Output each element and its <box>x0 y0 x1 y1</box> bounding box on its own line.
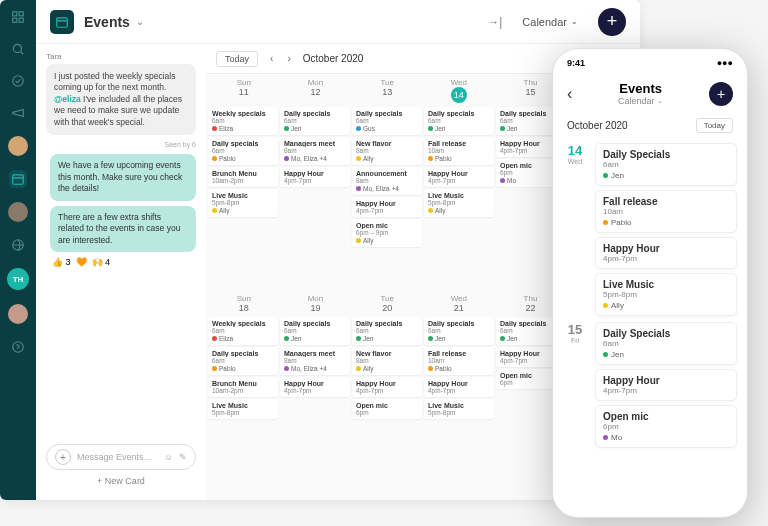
event-card[interactable]: Happy Hour4pm-7pm <box>424 377 494 397</box>
month-label: October 2020 <box>567 120 628 131</box>
event-card[interactable]: Managers meet8amMo, Eliza +4 <box>280 347 350 375</box>
day-column: Daily specials6amJenManagers meet8amMo, … <box>280 107 350 290</box>
page-title: Events <box>84 14 130 30</box>
date-label[interactable]: 21 <box>423 303 495 313</box>
next-icon[interactable]: › <box>285 53 292 64</box>
day-of-week: Mon <box>280 78 352 87</box>
event-card[interactable]: Live Music5pm-8pm <box>424 399 494 419</box>
event-card[interactable]: Live Music5pm-8pmAlly <box>208 189 278 217</box>
add-button[interactable]: + <box>709 82 733 106</box>
event-card[interactable]: Brunch Menu10am-2pm <box>208 377 278 397</box>
event-card[interactable]: Weekly specials6amEliza <box>208 107 278 135</box>
event-card[interactable]: Daily Specials6amJen <box>595 322 737 365</box>
event-card[interactable]: Fall release10amPablo <box>424 137 494 165</box>
event-card[interactable]: Open mic6pmMo <box>595 405 737 448</box>
svg-line-5 <box>20 51 23 54</box>
avatar[interactable] <box>8 304 28 324</box>
event-card[interactable]: Happy Hour4pm-7pm <box>595 369 737 401</box>
day-of-week: Tue <box>351 294 423 303</box>
event-card[interactable]: Daily specials6amJen <box>424 107 494 135</box>
side-nav: TH <box>0 0 36 500</box>
day-column: Daily specials6amJenNew flavor8amAllyHap… <box>352 317 422 500</box>
event-card[interactable]: Happy Hour4pm-7pm <box>424 167 494 187</box>
event-card[interactable]: Open mic6pm – 9pmAlly <box>352 219 422 247</box>
event-card[interactable]: Daily Specials6amJen <box>595 143 737 186</box>
date-label[interactable]: 20 <box>351 303 423 313</box>
chat-message: We have a few upcoming events this month… <box>50 154 196 200</box>
event-card[interactable]: Fall release10amPablo <box>424 347 494 375</box>
grid-icon[interactable] <box>9 8 27 26</box>
date-label[interactable]: 11 <box>208 87 280 103</box>
new-card-button[interactable]: + New Card <box>46 470 196 492</box>
event-card[interactable]: Daily specials6amJen <box>280 317 350 345</box>
month-label: October 2020 <box>303 53 364 64</box>
today-button[interactable]: Today <box>216 51 258 67</box>
sender-name: Tara <box>46 52 196 61</box>
page-title: Events <box>572 81 709 96</box>
prev-icon[interactable]: ‹ <box>268 53 275 64</box>
date-label[interactable]: 13 <box>351 87 423 103</box>
composer-input[interactable]: Message Events… <box>77 452 158 462</box>
event-card[interactable]: Happy Hour4pm-7pm <box>595 237 737 269</box>
view-selector[interactable]: Calendar⌄ <box>572 96 709 106</box>
date-label[interactable]: 14 <box>451 87 467 103</box>
event-card[interactable]: Daily specials6amPablo <box>208 137 278 165</box>
compose-icon[interactable]: ✎ <box>179 452 187 462</box>
chat-panel: Tara I just posted the weekly specials c… <box>36 44 206 500</box>
event-card[interactable]: Fall release10amPablo <box>595 190 737 233</box>
svg-rect-0 <box>13 12 17 16</box>
event-card[interactable]: Daily specials6amGus <box>352 107 422 135</box>
date-label[interactable]: 19 <box>280 303 352 313</box>
collapse-icon[interactable]: →| <box>487 15 502 29</box>
event-card[interactable]: Live Music5pm-8pmAlly <box>424 189 494 217</box>
event-card[interactable]: Happy Hour4pm-7pm <box>352 197 422 217</box>
attach-icon[interactable]: + <box>55 449 71 465</box>
chevron-down-icon[interactable]: ⌄ <box>136 16 144 27</box>
event-card[interactable]: Happy Hour4pm-7pm <box>280 167 350 187</box>
search-icon[interactable] <box>9 40 27 58</box>
event-card[interactable]: Managers meet8amMo, Eliza +4 <box>280 137 350 165</box>
message-composer[interactable]: + Message Events… ☺ ✎ <box>46 444 196 470</box>
top-bar: Events ⌄ →| Calendar⌄ + <box>36 0 640 44</box>
event-card[interactable]: Open mic6pm <box>352 399 422 419</box>
check-icon[interactable] <box>9 72 27 90</box>
date-label[interactable]: 12 <box>280 87 352 103</box>
workspace-badge[interactable]: TH <box>7 268 29 290</box>
seen-indicator: Seen by 6 <box>46 141 196 148</box>
event-card[interactable]: Live Music5pm-8pm <box>208 399 278 419</box>
avatar[interactable] <box>8 136 28 156</box>
event-card[interactable]: Brunch Menu10am-2pm <box>208 167 278 187</box>
avatar[interactable] <box>8 202 28 222</box>
event-card[interactable]: Daily specials6amJen <box>280 107 350 135</box>
help-icon[interactable] <box>9 338 27 356</box>
event-card[interactable]: Daily specials6amJen <box>352 317 422 345</box>
add-button[interactable]: + <box>598 8 626 36</box>
event-card[interactable]: Happy Hour4pm-7pm <box>352 377 422 397</box>
event-card[interactable]: Happy Hour4pm-7pm <box>280 377 350 397</box>
day-of-week: Wed <box>563 158 587 165</box>
svg-rect-1 <box>19 12 23 16</box>
date-label[interactable]: 18 <box>208 303 280 313</box>
day-of-week: Wed <box>423 294 495 303</box>
megaphone-icon[interactable] <box>9 104 27 122</box>
date-number: 15 <box>563 322 587 337</box>
today-button[interactable]: Today <box>696 118 733 133</box>
day-of-week: Sun <box>208 78 280 87</box>
view-selector[interactable]: Calendar⌄ <box>512 12 588 32</box>
date-number: 14 <box>563 143 587 158</box>
event-card[interactable]: Weekly specials6amEliza <box>208 317 278 345</box>
event-card[interactable]: New flavor8amAlly <box>352 137 422 165</box>
globe-icon[interactable] <box>9 236 27 254</box>
event-card[interactable]: Daily specials6amPablo <box>208 347 278 375</box>
event-card[interactable]: Live Music5pm-8pmAlly <box>595 273 737 316</box>
chat-message: There are a few extra shifts related to … <box>50 206 196 252</box>
emoji-icon[interactable]: ☺ <box>164 452 173 462</box>
event-card[interactable]: Daily specials6amJen <box>424 317 494 345</box>
calendar-icon[interactable] <box>9 170 27 188</box>
reactions[interactable]: 👍 3 🧡 🙌 4 <box>52 257 196 267</box>
event-card[interactable]: New flavor8amAlly <box>352 347 422 375</box>
day-of-week: Wed <box>423 78 495 87</box>
event-card[interactable]: Announcement8amMo, Eliza +4 <box>352 167 422 195</box>
day-section: 15Fri Daily Specials6amJenHappy Hour4pm-… <box>563 322 737 448</box>
svg-rect-7 <box>13 175 24 184</box>
